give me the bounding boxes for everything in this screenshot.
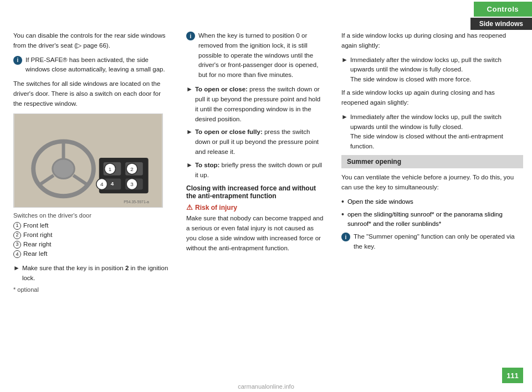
info-icon-key: i bbox=[186, 32, 195, 40]
arrow-right-icon: ► bbox=[13, 264, 20, 272]
svg-text:P54.35-5971-a: P54.35-5971-a bbox=[124, 200, 149, 204]
list-item: 1 Front left bbox=[13, 221, 168, 230]
arrow-item-key: ► Make sure that the key is in position … bbox=[13, 264, 168, 283]
svg-point-2 bbox=[53, 159, 75, 179]
num-circle-1: 1 bbox=[13, 222, 21, 230]
open-close-text: To open or close: press the switch down … bbox=[195, 85, 324, 124]
if-locks-text1: If a side window locks up during closing… bbox=[341, 31, 523, 51]
list-item-label-2: Front right bbox=[23, 230, 52, 240]
svg-text:4: 4 bbox=[111, 180, 114, 187]
watermark: carmanualonline.info bbox=[0, 381, 532, 392]
svg-text:2: 2 bbox=[130, 166, 134, 172]
arrow-icon-r1: ► bbox=[341, 56, 348, 64]
stop-text: To stop: briefly press the switch down o… bbox=[195, 161, 324, 180]
side-windows-bar: Side windows bbox=[344, 18, 532, 30]
list-item: 2 Front right bbox=[13, 230, 168, 240]
header-bar: Controls bbox=[0, 0, 532, 18]
bullet-dot-2: • bbox=[341, 210, 344, 219]
bullet-dot-1: • bbox=[341, 197, 344, 207]
intro-text: You can disable the controls for the rea… bbox=[13, 31, 168, 51]
image-caption: Switches on the driver's door bbox=[13, 212, 168, 219]
closing-heading: Closing with increased force and without… bbox=[186, 184, 324, 200]
info-text-key: When the key is turned to position 0 or … bbox=[198, 31, 324, 80]
warning-text: Make sure that nobody can become trapped… bbox=[186, 214, 324, 253]
svg-text:1: 1 bbox=[109, 166, 112, 172]
summer-text: You can ventilate the vehicle before a j… bbox=[341, 173, 523, 193]
body-text: The switches for all side windows are lo… bbox=[13, 79, 168, 109]
info-text-summer: The "Summer opening" function can only b… bbox=[354, 232, 523, 252]
right-column: If a side window locks up during closing… bbox=[332, 31, 532, 376]
info-block-1: i If PRE-SAFE® has been activated, the s… bbox=[13, 55, 168, 75]
bullet-item-2: • open the sliding/tilting sunroof* or t… bbox=[341, 210, 523, 229]
num-circle-2: 2 bbox=[13, 231, 21, 239]
content-area: You can disable the controls for the rea… bbox=[0, 31, 532, 376]
num-circle-3: 3 bbox=[13, 241, 21, 249]
svg-text:3: 3 bbox=[130, 181, 134, 187]
svg-text:4: 4 bbox=[100, 181, 104, 187]
lock-text-1: Immediately after the window locks up, p… bbox=[350, 55, 523, 85]
summer-opening-label: Summer opening bbox=[347, 158, 401, 166]
open-close-fully-item: ► To open or close fully: press the swit… bbox=[186, 127, 324, 157]
arrow-icon-3: ► bbox=[186, 161, 193, 169]
if-locks-text2: If a side window locks up again during c… bbox=[341, 88, 523, 108]
list-item-label-4: Rear left bbox=[23, 249, 47, 259]
list-item-label-1: Front left bbox=[23, 221, 48, 230]
list-item-label-3: Rear right bbox=[23, 240, 52, 249]
info-block-summer: i The "Summer opening" function can only… bbox=[341, 232, 523, 252]
open-close-item: ► To open or close: press the switch dow… bbox=[186, 85, 324, 124]
info-block-key: i When the key is turned to position 0 o… bbox=[186, 31, 324, 80]
controls-label: Controls bbox=[474, 2, 532, 17]
bullet-item-1: • Open the side windows bbox=[341, 197, 523, 207]
lock-arrow-2: ► Immediately after the window locks up,… bbox=[341, 112, 523, 152]
summer-opening-bar: Summer opening bbox=[341, 155, 523, 168]
numbered-list: 1 Front left 2 Front right 3 Rear right … bbox=[13, 221, 168, 259]
arrow-text-key: Make sure that the key is in position 2 … bbox=[22, 264, 168, 283]
warning-triangle-icon: ⚠ bbox=[186, 203, 193, 212]
optional-text: * optional bbox=[13, 286, 168, 293]
list-item: 4 Rear left bbox=[13, 249, 168, 259]
num-circle-4: 4 bbox=[13, 250, 21, 258]
warning-block: ⚠ Risk of injury Make sure that nobody c… bbox=[186, 203, 324, 253]
list-item: 3 Rear right bbox=[13, 240, 168, 249]
warning-label: Risk of injury bbox=[195, 204, 237, 212]
info-icon-summer: i bbox=[341, 233, 350, 241]
arrow-icon-1: ► bbox=[186, 85, 193, 93]
warning-title: ⚠ Risk of injury bbox=[186, 203, 324, 212]
door-image: 1 2 4 3 1 2 3 4 P54.35- bbox=[13, 114, 163, 208]
bullet-text-1: Open the side windows bbox=[347, 197, 413, 207]
left-column: You can disable the controls for the rea… bbox=[0, 31, 177, 376]
lock-text-2: Immediately after the window locks up, p… bbox=[350, 112, 523, 152]
arrow-icon-2: ► bbox=[186, 128, 193, 136]
mid-column: i When the key is turned to position 0 o… bbox=[177, 31, 332, 376]
open-close-fully-text: To open or close fully: press the switch… bbox=[195, 127, 324, 157]
stop-item: ► To stop: briefly press the switch down… bbox=[186, 161, 324, 180]
lock-arrow-1: ► Immediately after the window locks up,… bbox=[341, 55, 523, 85]
bullet-text-2: open the sliding/tilting sunroof* or the… bbox=[347, 210, 523, 229]
info-icon-1: i bbox=[13, 56, 22, 65]
info-text-1: If PRE-SAFE® has been activated, the sid… bbox=[25, 55, 168, 75]
arrow-icon-r2: ► bbox=[341, 113, 348, 121]
side-windows-label: Side windows bbox=[470, 18, 532, 30]
